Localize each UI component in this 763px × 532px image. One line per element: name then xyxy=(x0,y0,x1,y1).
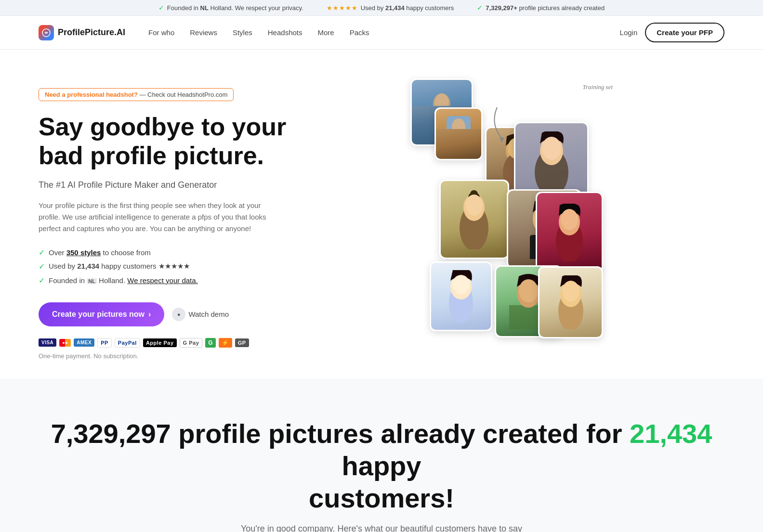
create-pfp-button[interactable]: Create your PFP xyxy=(645,23,724,42)
banner-item-3: ✓ 7,329,297+ profile pictures already cr… xyxy=(477,4,605,12)
feature-customers-text: Used by 21,434 happy customers ★★★★★ xyxy=(49,262,190,271)
svg-point-37 xyxy=(562,281,579,302)
check-icon-2: ✓ xyxy=(477,4,483,12)
hero-left: Need a professional headshot? — Check ou… xyxy=(39,78,299,360)
svg-marker-1 xyxy=(500,138,504,143)
watch-demo-button[interactable]: ● Watch demo xyxy=(172,308,229,321)
hero-cta: Create your pictures now › ● Watch demo xyxy=(39,302,299,326)
mc-badge: ●● xyxy=(59,339,71,347)
g-badge: G xyxy=(205,338,216,348)
stats-count-suffix: profile pictures already created for xyxy=(171,418,630,449)
navbar: ProfilePicture.AI For who Reviews Styles… xyxy=(0,16,763,50)
stats-section: 7,329,297 profile pictures already creat… xyxy=(0,379,763,532)
svg-point-13 xyxy=(542,137,561,160)
feature-founded: ✓ Founded in NL Holland. We respect your… xyxy=(39,276,299,285)
headshot-banner-link[interactable]: Need a professional headshot? xyxy=(45,91,138,98)
feature-founded-text: Founded in NL Holland. We respect your d… xyxy=(49,276,198,285)
stats-last-line: customers! xyxy=(309,483,454,513)
generated-photo-7 xyxy=(536,192,603,273)
arrow-icon: › xyxy=(148,310,151,319)
check-icon-1: ✓ xyxy=(158,4,164,12)
training-photo-2 xyxy=(434,107,483,160)
logo-text: ProfilePicture.AI xyxy=(58,27,125,38)
one-time-text: One-time payment. No subscription. xyxy=(39,352,299,360)
paypal-badge: PayPal xyxy=(115,338,140,348)
flash-badge: ⚡ xyxy=(219,338,232,348)
svg-point-7 xyxy=(450,132,467,152)
create-pictures-button[interactable]: Create your pictures now › xyxy=(39,302,164,326)
stats-count: 7,329,297 xyxy=(51,418,171,449)
nav-packs[interactable]: Packs xyxy=(350,28,369,37)
login-button[interactable]: Login xyxy=(620,28,638,37)
svg-point-26 xyxy=(561,209,578,230)
check-icon-3: ✓ xyxy=(39,248,45,257)
watch-demo-text: Watch demo xyxy=(188,310,229,318)
stats-customers-suffix: happy xyxy=(342,451,421,481)
styles-link[interactable]: 350 styles xyxy=(66,248,101,257)
logo-icon xyxy=(39,25,54,40)
generated-photo-10 xyxy=(538,266,603,338)
hero-description: Your profile picture is the first thing … xyxy=(39,200,270,234)
svg-point-18 xyxy=(465,195,483,216)
hero-section: Need a professional headshot? — Check ou… xyxy=(0,50,763,379)
feature-styles: ✓ Over 350 styles to choose from xyxy=(39,248,299,257)
paypal-logo: PP xyxy=(97,338,112,348)
privacy-link[interactable]: We respect your data. xyxy=(127,276,197,285)
banner-text-1: Founded in NL Holland. We respect your p… xyxy=(167,4,303,12)
training-arrow xyxy=(487,105,516,143)
banner-item-2: ★★★★★ Used by 21,434 happy customers xyxy=(327,4,454,12)
feature-styles-text: Over 350 styles to choose from xyxy=(49,248,151,257)
svg-point-34 xyxy=(519,279,538,302)
banner-text-2: Used by 21,434 happy customers xyxy=(361,4,454,12)
hero-subtitle: The #1 AI Profile Picture Maker and Gene… xyxy=(39,180,299,190)
generated-photo-5 xyxy=(439,180,509,259)
feature-customers: ✓ Used by 21,434 happy customers ★★★★★ xyxy=(39,262,299,271)
applepay-badge: Apple Pay xyxy=(143,338,177,347)
image-collage: Training set xyxy=(410,78,613,319)
banner-text-3: 7,329,297+ profile pictures already crea… xyxy=(486,4,605,12)
hero-right: Training set xyxy=(299,78,724,319)
generated-photo-8 xyxy=(430,261,492,331)
nav-reviews[interactable]: Reviews xyxy=(190,28,217,37)
amex-badge: AMEX xyxy=(74,338,94,347)
stars-icon: ★★★★★ xyxy=(327,4,358,12)
banner-item-1: ✓ Founded in NL Holland. We respect your… xyxy=(158,4,303,12)
stats-subtitle: You're in good company. Here's what our … xyxy=(237,524,526,532)
visa-badge: VISA xyxy=(39,338,56,347)
headshot-banner-text: — Check out HeadshotPro.com xyxy=(140,91,228,98)
svg-point-6 xyxy=(452,118,465,135)
cta-button-text: Create your pictures now xyxy=(52,310,145,319)
training-label: Training set xyxy=(583,83,613,91)
hero-title: Say goodbye to your bad profile picture. xyxy=(39,113,299,170)
top-banner: ✓ Founded in NL Holland. We respect your… xyxy=(0,0,763,16)
gp-badge: GP xyxy=(235,338,249,347)
svg-point-31 xyxy=(452,275,470,294)
googlepay-badge: G Pay xyxy=(180,338,203,348)
nav-more[interactable]: More xyxy=(318,28,334,37)
headshot-banner: Need a professional headshot? — Check ou… xyxy=(39,88,234,101)
nav-styles[interactable]: Styles xyxy=(233,28,252,37)
check-icon-5: ✓ xyxy=(39,276,45,285)
play-icon: ● xyxy=(172,308,185,321)
nav-links: For who Reviews Styles Headshots More Pa… xyxy=(148,28,620,37)
nav-right: Login Create your PFP xyxy=(620,23,724,42)
payment-icons: VISA ●● AMEX PP PayPal Apple Pay G Pay G… xyxy=(39,338,299,348)
nav-headshots[interactable]: Headshots xyxy=(268,28,303,37)
check-icon-4: ✓ xyxy=(39,262,45,271)
nav-for-who[interactable]: For who xyxy=(148,28,174,37)
stats-customers-count: 21,434 xyxy=(630,418,712,449)
stats-main: 7,329,297 profile pictures already creat… xyxy=(39,417,724,515)
logo[interactable]: ProfilePicture.AI xyxy=(39,25,125,40)
hero-features: ✓ Over 350 styles to choose from ✓ Used … xyxy=(39,248,299,285)
